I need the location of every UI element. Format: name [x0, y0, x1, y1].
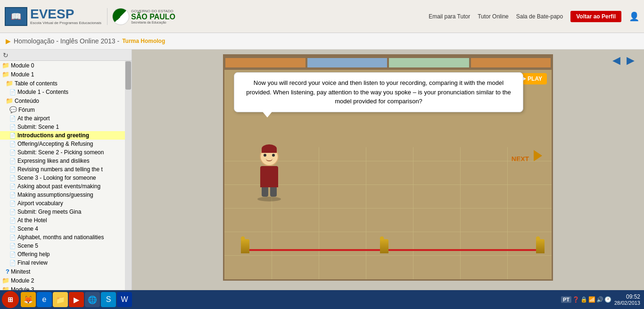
- char-leg-right: [270, 187, 277, 197]
- sidebar-item-scene3[interactable]: 📄Scene 3 - Looking for someone: [0, 174, 132, 182]
- sidebar-toolbar: ↻: [0, 50, 132, 61]
- grid-v4: [413, 147, 413, 279]
- page-icon: 📄: [9, 217, 16, 224]
- sidebar-item-revising[interactable]: 📄Revising numbers and telling the t: [0, 165, 132, 174]
- sidebar-item-label: Module 0: [11, 62, 105, 69]
- grid-v2: [319, 147, 319, 279]
- firefox-app[interactable]: 🦊: [21, 292, 36, 307]
- tutor-online-link[interactable]: Tutor Online: [478, 13, 509, 20]
- sidebar-item-label: Asking about past events/making: [17, 183, 112, 190]
- sidebar-item-module1[interactable]: 📁Module 1: [0, 70, 132, 79]
- sidebar-item-label: Revising numbers and telling the t: [17, 166, 112, 173]
- user-icon[interactable]: 👤: [629, 11, 639, 22]
- page-icon: 📄: [9, 175, 16, 181]
- sidebar-item-module2[interactable]: 📁Module 2: [0, 276, 132, 285]
- folder-icon: 📁: [6, 97, 13, 104]
- sala-bate-papo-link[interactable]: Sala de Bate-papo: [516, 13, 563, 20]
- email-tutor-link[interactable]: Email para Tutor: [429, 13, 470, 20]
- sidebar-item-at-airport[interactable]: 📄At the airport✓: [0, 114, 132, 123]
- sidebar-item-conteudo[interactable]: 📁Conteúdo: [0, 96, 132, 105]
- evesp-name: EVESP: [30, 8, 101, 21]
- language-indicator: PT: [561, 296, 571, 303]
- folder-icon: 📁: [2, 277, 9, 284]
- page-icon: 📄: [9, 141, 16, 147]
- sidebar-item-offering[interactable]: 📄Offering/Accepting & Refusing: [0, 140, 132, 148]
- topbar-seg2: [307, 58, 388, 67]
- sidebar-item-alphabet[interactable]: 📄Alphabet, months and nationalities: [0, 233, 132, 242]
- start-button[interactable]: ⊞: [2, 291, 19, 308]
- skype-app[interactable]: S: [101, 292, 116, 307]
- sidebar-item-label: Submit: Scene 1: [17, 124, 112, 130]
- grid-h3: [224, 208, 552, 209]
- sidebar-item-submit-scene2[interactable]: 📄Submit: Scene 2 - Picking someon: [0, 148, 132, 157]
- sidebar-item-module3[interactable]: 📁Module 3: [0, 285, 132, 290]
- content-area: ◀ ▶ Now you will record your voice and t…: [132, 50, 644, 290]
- header-left: 📖 EVESP Escola Virtual de Programas Educ…: [5, 7, 175, 26]
- sidebar-item-final-review[interactable]: 📄Final review: [0, 259, 132, 267]
- sidebar-item-expressing[interactable]: 📄Expressing likes and dislikes: [0, 157, 132, 165]
- sidebar-item-asking[interactable]: 📄Asking about past events/making: [0, 182, 132, 191]
- breadcrumb-highlight: Turma Homolog: [122, 38, 165, 44]
- page-icon: 📄: [9, 200, 16, 207]
- topbar-seg4: [471, 58, 551, 67]
- sidebar-item-label: Offering/Accepting & Refusing: [17, 141, 112, 147]
- sidebar-item-label: Table of contents: [15, 80, 109, 87]
- page-icon: 📄: [9, 116, 16, 122]
- topbar-seg3: [389, 58, 469, 67]
- chrome-app[interactable]: 🌐: [85, 292, 100, 307]
- sidebar-item-label: Module 1 - Contents: [17, 89, 112, 95]
- sidebar-item-label: Fórum: [18, 107, 113, 113]
- game-topbar: [224, 56, 552, 70]
- folder-app[interactable]: 📁: [53, 292, 68, 307]
- sidebar-item-offering-help[interactable]: 📄Offering help: [0, 250, 132, 259]
- grid-v5: [460, 147, 461, 279]
- page-icon: 📄: [9, 133, 16, 139]
- character: [253, 147, 286, 194]
- voltar-perfil-button[interactable]: Voltar ao Perfil: [570, 11, 621, 22]
- sidebar-item-label: At the airport: [17, 115, 112, 122]
- time-display: 09:52: [626, 293, 640, 300]
- sidebar-item-introductions[interactable]: 📄Introductions and greeting✓: [0, 131, 132, 140]
- sidebar-item-submit-greg[interactable]: 📄Submit: Greg meets Gina: [0, 208, 132, 216]
- sidebar-item-minitest[interactable]: ?Minitest: [0, 267, 132, 276]
- folder-icon: 📁: [2, 62, 9, 69]
- grid-v3: [366, 147, 366, 279]
- sidebar-item-forum[interactable]: 💬Fórum: [0, 105, 132, 114]
- barrier-post-middle: [380, 239, 388, 253]
- sidebar-item-submit-scene1[interactable]: 📄Submit: Scene 1: [0, 123, 132, 131]
- sidebar-refresh-button[interactable]: ↻: [3, 51, 8, 59]
- nav-back-button[interactable]: ◀: [612, 54, 620, 67]
- sidebar-scrollbar[interactable]: [125, 61, 132, 290]
- character-hair: [262, 144, 277, 153]
- char-eye-left: [264, 154, 266, 157]
- sidebar-item-module0[interactable]: 📁Module 0: [0, 61, 132, 70]
- ie-app[interactable]: e: [37, 292, 52, 307]
- rope-barrier: [243, 249, 542, 251]
- speech-bubble: Now you will record your voice and then …: [234, 72, 523, 112]
- word-app[interactable]: W: [117, 292, 132, 307]
- page-icon: 📄: [9, 234, 16, 241]
- sidebar-item-label: Introductions and greeting: [17, 132, 112, 139]
- media-app[interactable]: ▶: [69, 292, 84, 307]
- character-body: [260, 166, 278, 187]
- volume-icon: 🔊: [596, 296, 603, 303]
- logo-book-icon: 📖: [5, 7, 27, 26]
- help-icon: ❓: [572, 296, 579, 303]
- folder-icon: 📁: [2, 71, 9, 78]
- sidebar-item-making[interactable]: 📄Making assumptions/guessing: [0, 191, 132, 199]
- network-icon: 📶: [588, 296, 595, 303]
- sidebar-item-scene5[interactable]: 📄Scene 5: [0, 242, 132, 250]
- sidebar-item-at-hotel[interactable]: 📄At the Hotel: [0, 216, 132, 225]
- sidebar-item-module1-contents[interactable]: 📄Module 1 - Contents✓: [0, 88, 132, 96]
- sp-name-label: SÃO PAULO: [131, 13, 175, 21]
- sidebar-item-airport-vocab[interactable]: 📄Airport vocabulary: [0, 199, 132, 208]
- char-eye-right: [272, 154, 275, 157]
- barrier-post-right: [536, 239, 545, 253]
- taskbar-right: PT ❓ 🔒 📶 🔊 🕐 09:52 28/02/2013: [561, 293, 644, 306]
- sidebar-item-scene4[interactable]: 📄Scene 4: [0, 225, 132, 233]
- nav-forward-button[interactable]: ▶: [627, 54, 635, 67]
- main-layout: ↻ 📁Module 0📁Module 1📁Table of contents📄M…: [0, 50, 644, 290]
- game-frame: Now you will record your voice and then …: [223, 54, 553, 281]
- sidebar-item-toc[interactable]: 📁Table of contents: [0, 79, 132, 88]
- sidebar-item-label: Alphabet, months and nationalities: [17, 234, 112, 241]
